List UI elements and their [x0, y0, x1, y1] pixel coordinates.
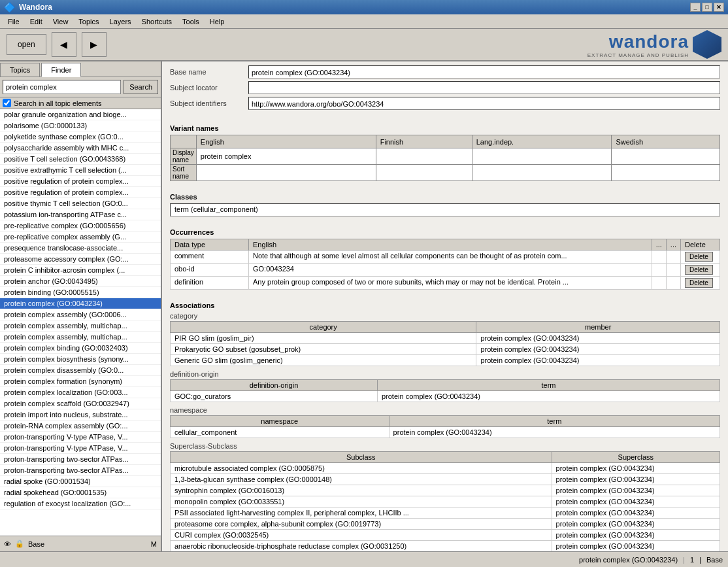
- back-button[interactable]: ◀: [52, 32, 76, 57]
- occ-english[interactable]: GO:0043234: [249, 264, 652, 277]
- assoc-cat-category[interactable]: PIR GO slim (goslim_pir): [171, 333, 476, 344]
- assoc-sc-superclass[interactable]: protein complex (GO:0043234): [552, 507, 720, 519]
- assoc-ns-col1-val[interactable]: cellular_component: [171, 427, 389, 438]
- topic-item[interactable]: positive thymic T cell selection (GO:0..…: [0, 198, 161, 209]
- topic-item[interactable]: polysaccharide assembly with MHC c...: [0, 143, 161, 154]
- display-name-finnish[interactable]: [376, 148, 472, 165]
- occ-english[interactable]: Note that although at some level almost …: [249, 250, 652, 264]
- topic-item[interactable]: protein complex biosynthesis (synony...: [0, 354, 161, 365]
- topic-item[interactable]: protein complex assembly, multichap...: [0, 332, 161, 343]
- delete-button[interactable]: Delete: [685, 278, 713, 288]
- topic-item[interactable]: regulation of exocyst localization (GO:.…: [0, 498, 161, 509]
- occ-english[interactable]: Any protein group composed of two or mor…: [249, 277, 652, 290]
- menu-item-file[interactable]: File: [3, 16, 25, 27]
- topic-item[interactable]: polarisome (GO:0000133): [0, 120, 161, 131]
- menu-item-view[interactable]: View: [48, 16, 74, 27]
- subject-locator-value[interactable]: [248, 81, 720, 94]
- topic-item[interactable]: protein complex (GO:0043234): [0, 298, 161, 309]
- search-input[interactable]: [3, 80, 121, 94]
- assoc-sc-superclass[interactable]: protein complex (GO:0043234): [552, 485, 720, 496]
- minimize-button[interactable]: _: [690, 3, 701, 12]
- topic-item[interactable]: radial spoke (GO:0001534): [0, 476, 161, 487]
- assoc-deforigin-col1-val[interactable]: GOC:go_curators: [171, 391, 378, 402]
- occ-datatype[interactable]: comment: [171, 250, 249, 264]
- sort-name-english[interactable]: [196, 165, 376, 181]
- menu-item-help[interactable]: Help: [205, 16, 230, 27]
- tab-topics[interactable]: Topics: [0, 63, 40, 77]
- assoc-sc-superclass[interactable]: protein complex (GO:0043234): [552, 463, 720, 474]
- assoc-sc-subclass[interactable]: 1,3-beta-glucan synthase complex (GO:000…: [171, 474, 552, 485]
- topic-item[interactable]: positive extrathymic T cell selection (.…: [0, 165, 161, 176]
- display-name-swedish[interactable]: [612, 148, 720, 165]
- topic-item[interactable]: protein complex binding (GO:0032403): [0, 343, 161, 354]
- topic-item[interactable]: proton-transporting two-sector ATPas...: [0, 465, 161, 476]
- topic-item[interactable]: positive regulation of protein complex..…: [0, 187, 161, 198]
- sort-name-langindep[interactable]: [472, 165, 612, 181]
- assoc-sc-superclass[interactable]: protein complex (GO:0043234): [552, 541, 720, 552]
- topic-item[interactable]: presequence translocase-associate...: [0, 243, 161, 254]
- menu-item-tools[interactable]: Tools: [177, 16, 205, 27]
- tab-finder[interactable]: Finder: [41, 63, 81, 77]
- assoc-sc-superclass[interactable]: protein complex (GO:0043234): [552, 519, 720, 530]
- delete-button[interactable]: Delete: [685, 252, 713, 262]
- topic-item[interactable]: protein complex assembly (GO:0006...: [0, 309, 161, 320]
- assoc-cat-member[interactable]: protein complex (GO:0043234): [476, 355, 720, 366]
- topic-item[interactable]: positive T cell selection (GO:0043368): [0, 154, 161, 165]
- forward-button[interactable]: ▶: [82, 32, 107, 57]
- assoc-sc-subclass[interactable]: syntrophin complex (GO:0016013): [171, 485, 552, 496]
- occ-datatype[interactable]: obo-id: [171, 264, 249, 277]
- topic-item[interactable]: positive regulation of protein complex..…: [0, 176, 161, 187]
- topic-item[interactable]: protein binding (GO:0005515): [0, 287, 161, 298]
- occ-datatype[interactable]: definition: [171, 277, 249, 290]
- delete-button[interactable]: Delete: [685, 265, 713, 275]
- topic-item[interactable]: protein C inhibitor-acrosin complex (...: [0, 265, 161, 276]
- maximize-button[interactable]: □: [702, 3, 712, 12]
- subject-identifiers-value[interactable]: http://www.wandora.org/obo/GO:0043234: [248, 97, 720, 110]
- assoc-sc-subclass[interactable]: PSII associated light-harvesting complex…: [171, 507, 552, 519]
- display-name-langindep[interactable]: [472, 148, 612, 165]
- topic-item[interactable]: protein complex scaffold (GO:0032947): [0, 398, 161, 409]
- topic-item[interactable]: protein-RNA complex assembly (GO:...: [0, 421, 161, 432]
- sort-name-finnish[interactable]: [376, 165, 472, 181]
- menu-item-shortcuts[interactable]: Shortcuts: [137, 16, 177, 27]
- assoc-sc-subclass[interactable]: anaerobic ribonucleoside-triphosphate re…: [171, 541, 552, 552]
- assoc-cat-category[interactable]: Generic GO slim (goslim_generic): [171, 355, 476, 366]
- topic-item[interactable]: polar granule organization and bioge...: [0, 109, 161, 120]
- assoc-cat-category[interactable]: Prokaryotic GO subset (gosubset_prok): [171, 344, 476, 355]
- topic-item[interactable]: protein complex formation (synonym): [0, 376, 161, 387]
- assoc-sc-subclass[interactable]: CURI complex (GO:0032545): [171, 530, 552, 541]
- display-name-english[interactable]: protein complex: [196, 148, 376, 165]
- assoc-sc-subclass[interactable]: proteasome core complex, alpha-subunit c…: [171, 519, 552, 530]
- topic-item[interactable]: potassium ion-transporting ATPase c...: [0, 209, 161, 220]
- topic-item[interactable]: proton-transporting two-sector ATPas...: [0, 454, 161, 465]
- topic-item[interactable]: pre-replicative complex (GO:0005656): [0, 220, 161, 232]
- assoc-cat-member[interactable]: protein complex (GO:0043234): [476, 333, 720, 344]
- assoc-sc-superclass[interactable]: protein complex (GO:0043234): [552, 474, 720, 485]
- topic-item[interactable]: protein complex assembly, multichap...: [0, 320, 161, 332]
- assoc-sc-subclass[interactable]: monopolin complex (GO:0033551): [171, 496, 552, 507]
- assoc-ns-col2-val[interactable]: protein complex (GO:0043234): [389, 427, 720, 438]
- menu-item-edit[interactable]: Edit: [25, 16, 48, 27]
- classes-value[interactable]: term (cellular_component): [170, 203, 720, 216]
- topic-item[interactable]: protein import into nucleus, substrate..…: [0, 409, 161, 421]
- topic-item[interactable]: radial spokehead (GO:0001535): [0, 487, 161, 498]
- topic-item[interactable]: proton-transporting V-type ATPase, V...: [0, 432, 161, 443]
- topic-item[interactable]: protein complex disassembly (GO:0...: [0, 365, 161, 376]
- menu-item-layers[interactable]: Layers: [105, 16, 137, 27]
- sort-name-swedish[interactable]: [612, 165, 720, 181]
- close-button[interactable]: ✕: [714, 3, 724, 12]
- assoc-sc-superclass[interactable]: protein complex (GO:0043234): [552, 530, 720, 541]
- topic-item[interactable]: proteasome accessory complex (GO:...: [0, 254, 161, 265]
- assoc-sc-subclass[interactable]: microtubule associated complex (GO:00058…: [171, 463, 552, 474]
- open-button[interactable]: open: [7, 34, 46, 55]
- topic-item[interactable]: pre-replicative complex assembly (G...: [0, 232, 161, 243]
- assoc-sc-superclass[interactable]: protein complex (GO:0043234): [552, 496, 720, 507]
- topic-item[interactable]: protein complex localization (GO:003...: [0, 387, 161, 398]
- assoc-cat-member[interactable]: protein complex (GO:0043234): [476, 344, 720, 355]
- base-name-value[interactable]: protein complex (GO:0043234): [248, 65, 720, 78]
- search-all-checkbox[interactable]: [3, 99, 11, 107]
- topic-item[interactable]: polyketide synthase complex (GO:0...: [0, 131, 161, 143]
- menu-item-topics[interactable]: Topics: [73, 16, 104, 27]
- topic-item[interactable]: proton-transporting V-type ATPase, V...: [0, 443, 161, 454]
- topic-item[interactable]: protein anchor (GO:0043495): [0, 276, 161, 287]
